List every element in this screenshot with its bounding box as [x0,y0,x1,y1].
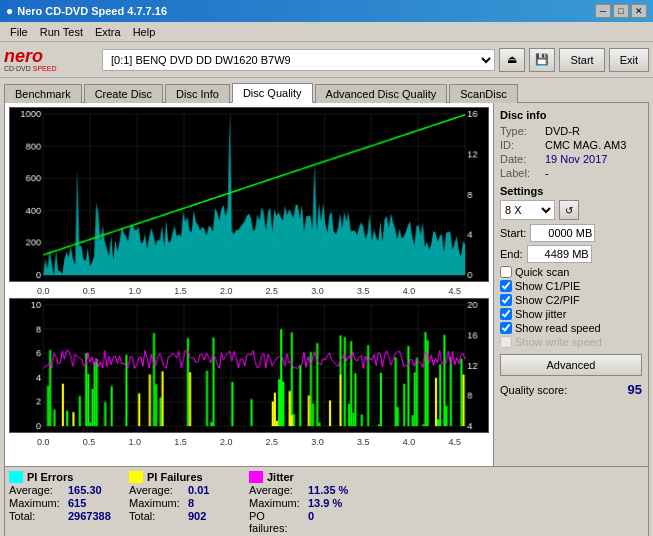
write-speed-row: Show write speed [500,336,642,348]
toolbar: nero CD·DVD SPEED [0:1] BENQ DVD DD DW16… [0,42,653,78]
disc-label-label: Label: [500,167,545,179]
settings-title: Settings [500,185,642,197]
disc-date-row: Date: 19 Nov 2017 [500,153,642,165]
drive-select[interactable]: [0:1] BENQ DVD DD DW1620 B7W9 [102,49,495,71]
legend-area: PI Errors Average: 165.30 Maximum: 615 T… [4,467,649,536]
avg-value: 165.30 [68,484,102,496]
advanced-button[interactable]: Advanced [500,354,642,376]
save-btn[interactable]: 💾 [529,48,555,72]
jitter-checkbox[interactable] [500,308,512,320]
jitter-label: Show jitter [515,308,566,320]
disc-id-row: ID: CMC MAG. AM3 [500,139,642,151]
eject-icon: ⏏ [507,53,517,66]
c2pif-checkbox[interactable] [500,294,512,306]
type-value: DVD-R [545,125,580,137]
tab-disc-info[interactable]: Disc Info [165,84,230,103]
pi-failures-total: Total: 902 [129,510,239,522]
read-speed-checkbox[interactable] [500,322,512,334]
disc-label-value: - [545,167,549,179]
end-row: End: [500,245,642,263]
start-button[interactable]: Start [559,48,604,72]
jitter-avg: Average: 11.35 % [249,484,359,496]
speed-select[interactable]: 8 X [500,200,555,220]
id-value: CMC MAG. AM3 [545,139,626,151]
pi-errors-max: Maximum: 615 [9,497,119,509]
app-icon: ● [6,4,13,18]
c1pie-checkbox[interactable] [500,280,512,292]
pi-failures-max: Maximum: 8 [129,497,239,509]
quick-scan-checkbox[interactable] [500,266,512,278]
jitter-color [249,471,263,483]
jitter-legend: Jitter Average: 11.35 % Maximum: 13.9 % … [249,471,359,534]
window-controls: ─ □ ✕ [595,4,647,18]
main-content: 0.00.51.01.52.0 2.53.03.54.04.5 0.00.51.… [4,102,649,467]
end-input[interactable] [527,245,592,263]
tab-advanced-disc-quality[interactable]: Advanced Disc Quality [315,84,448,103]
pi-failures-label: PI Failures [147,471,203,483]
c2pif-row: Show C2/PIF [500,294,642,306]
chart-area: 0.00.51.01.52.0 2.53.03.54.04.5 0.00.51.… [5,103,493,466]
max-value: 615 [68,497,86,509]
start-input[interactable] [530,224,595,242]
jitter-label: Jitter [267,471,294,483]
read-speed-label: Show read speed [515,322,601,334]
date-label: Date: [500,153,545,165]
type-label: Type: [500,125,545,137]
pi-errors-label: PI Errors [27,471,73,483]
pi-errors-color [9,471,23,483]
pi-failures-color [129,471,143,483]
tab-create-disc[interactable]: Create Disc [84,84,163,103]
jitter-max: Maximum: 13.9 % [249,497,359,509]
bottom-chart-x-axis: 0.00.51.01.52.0 2.53.03.54.04.5 [9,437,489,447]
top-chart-x-axis: 0.00.51.01.52.0 2.53.03.54.04.5 [9,286,489,296]
exit-button[interactable]: Exit [609,48,649,72]
menu-bar: File Run Test Extra Help [0,22,653,42]
quality-row: Quality score: 95 [500,382,642,397]
disc-label-row: Label: - [500,167,642,179]
start-row: Start: [500,224,642,242]
pi-failures-avg: Average: 0.01 [129,484,239,496]
quick-scan-label: Quick scan [515,266,569,278]
pi-errors-legend: PI Errors Average: 165.30 Maximum: 615 T… [9,471,119,534]
c1pie-label: Show C1/PIE [515,280,580,292]
write-speed-checkbox[interactable] [500,336,512,348]
id-label: ID: [500,139,545,151]
disc-info-title: Disc info [500,109,642,121]
quality-value: 95 [628,382,642,397]
avg-label: Average: [9,484,64,496]
speed-row: 8 X ↺ [500,200,642,220]
max-label: Maximum: [9,497,64,509]
tab-disc-quality[interactable]: Disc Quality [232,83,313,103]
tab-scandisc[interactable]: ScanDisc [449,84,517,103]
save-icon: 💾 [535,53,549,66]
pi-errors-header: PI Errors [9,471,119,483]
menu-file[interactable]: File [4,24,34,40]
po-failures: PO failures: 0 [249,510,359,534]
app-title: Nero CD-DVD Speed 4.7.7.16 [17,5,595,17]
pi-failures-legend: PI Failures Average: 0.01 Maximum: 8 Tot… [129,471,239,534]
side-panel: Disc info Type: DVD-R ID: CMC MAG. AM3 D… [493,103,648,466]
write-speed-label: Show write speed [515,336,602,348]
top-chart [9,107,489,282]
read-speed-row: Show read speed [500,322,642,334]
bottom-chart [9,298,489,433]
close-btn[interactable]: ✕ [631,4,647,18]
total-value: 2967388 [68,510,111,522]
total-label: Total: [9,510,64,522]
minimize-btn[interactable]: ─ [595,4,611,18]
maximize-btn[interactable]: □ [613,4,629,18]
date-value: 19 Nov 2017 [545,153,607,165]
eject-btn[interactable]: ⏏ [499,48,525,72]
menu-run-test[interactable]: Run Test [34,24,89,40]
menu-extra[interactable]: Extra [89,24,127,40]
disc-type-row: Type: DVD-R [500,125,642,137]
quality-label: Quality score: [500,384,628,396]
pi-errors-total: Total: 2967388 [9,510,119,522]
tab-benchmark[interactable]: Benchmark [4,84,82,103]
refresh-btn[interactable]: ↺ [559,200,579,220]
menu-help[interactable]: Help [127,24,162,40]
pi-failures-header: PI Failures [129,471,239,483]
end-label: End: [500,248,523,260]
quick-scan-row: Quick scan [500,266,642,278]
pi-errors-avg: Average: 165.30 [9,484,119,496]
